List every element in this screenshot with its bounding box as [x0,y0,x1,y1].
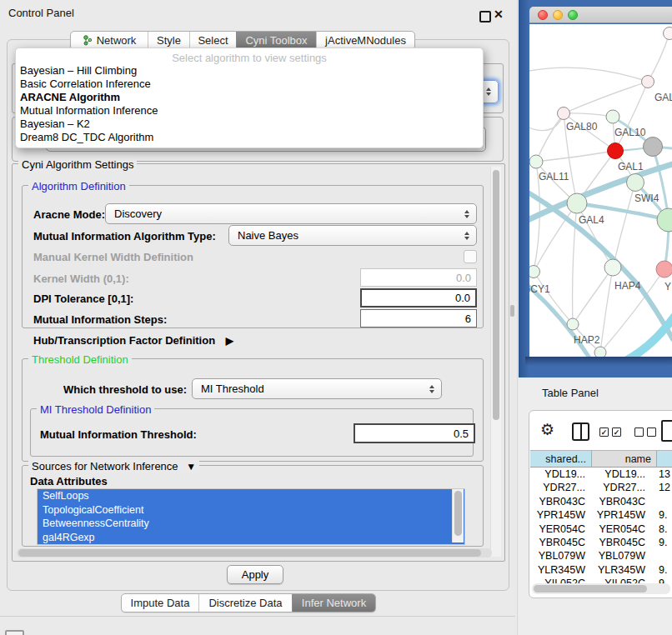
table-cell[interactable]: YDR27... [530,481,592,494]
document-icon[interactable] [661,420,672,442]
tab-style[interactable]: Style [148,32,189,49]
table-cell[interactable]: YER054C [530,522,592,536]
algorithm-option[interactable]: Dream8 DC_TDC Algorithm [20,131,153,144]
table-cell[interactable] [657,495,672,508]
mi-threshold-field[interactable]: 0.5 [354,423,475,443]
deselect-all-columns-icon[interactable] [634,428,656,437]
table-cell[interactable]: 9. [657,563,672,577]
table-row[interactable]: YDL19...YDL19...13 [530,468,672,481]
network-node-gal1[interactable] [608,143,624,159]
network-edge[interactable] [573,268,613,324]
table-cell[interactable]: YBR045C [592,536,657,549]
algorithm-option[interactable]: Mutual Information Inference [20,104,158,118]
network-edge[interactable] [529,68,648,82]
network-node-swi4[interactable] [627,174,644,192]
dpi-tolerance-field[interactable]: 0.0 [360,288,477,308]
table-cell[interactable]: YLR345W [592,563,657,577]
table-row[interactable]: YBR043CYBR043C [530,495,672,508]
network-node-y[interactable] [656,261,672,278]
table-cell[interactable]: YBR043C [530,495,592,508]
network-edge[interactable] [615,82,648,151]
network-node-gal4[interactable] [567,193,587,213]
table-cell[interactable]: YDL19... [530,468,592,481]
network-edge[interactable] [577,203,613,268]
table-cell[interactable]: YLR345W [530,563,592,577]
settings-hscrollbar-thumb[interactable] [18,549,481,557]
network-node-hap2[interactable] [567,318,579,330]
attribute-item[interactable]: gal4RGexp [38,531,464,545]
algorithm-option-selected[interactable]: ARACNE Algorithm [20,91,120,104]
column-header-shared...[interactable]: shared... [530,450,592,468]
attribute-item[interactable]: BetweennessCentrality [38,517,464,531]
network-node-gal10[interactable] [606,110,619,123]
minimize-window-icon[interactable] [553,10,563,20]
table-row[interactable]: YBR045CYBR045C9. [530,536,672,549]
table-cell[interactable]: YBR045C [530,536,592,549]
algorithm-option[interactable]: Bayesian – K2 [20,118,90,131]
network-node-gal[interactable] [642,76,654,88]
network-node[interactable] [644,138,663,157]
table-cell[interactable]: YPR145W [592,508,657,522]
table-cell[interactable]: YER054C [592,522,657,536]
table-cell[interactable]: YIL052C [592,577,657,583]
table-cell[interactable]: 9. [657,508,672,522]
table-cell[interactable]: 9 [657,577,672,583]
table-hscrollbar[interactable] [532,583,670,594]
table-cell[interactable]: 13 [657,468,672,481]
table-cell[interactable]: YBL079W [530,549,592,562]
table-cell[interactable]: YIL052C [530,577,592,583]
table-cell[interactable]: 8. [657,522,672,536]
tab-network[interactable]: Network [71,32,148,49]
table-row[interactable]: YDR27...YDR27...12 [530,481,672,494]
network-node[interactable] [657,208,672,232]
network-edge[interactable] [648,33,669,82]
column-header-name[interactable]: name [592,450,657,468]
table-cell[interactable]: YBR043C [592,495,657,508]
table-row[interactable]: YIL052CYIL052C9 [530,577,672,583]
network-node[interactable] [594,347,606,357]
select-all-columns-icon[interactable]: ✓✓ [599,428,621,437]
network-edge[interactable] [564,82,648,113]
mi-steps-field[interactable]: 6 [360,309,477,328]
tab-cyni-toolbox[interactable]: Cyni Toolbox [236,32,316,49]
algorithm-option[interactable]: Bayesian – Hill Climbing [20,64,137,78]
settings-scrollbar-thumb[interactable] [493,170,499,420]
network-edge[interactable] [536,113,564,162]
manual-kernel-checkbox[interactable] [464,250,477,263]
table-cell[interactable]: YPR145W [530,508,592,522]
settings-scrollbar[interactable] [490,167,501,557]
table-cell[interactable]: YBL079W [592,549,657,562]
network-node-gal80[interactable] [558,108,570,120]
data-attributes-list[interactable]: SelfLoops TopologicalCoefficient Between… [37,488,465,545]
split-columns-icon[interactable] [572,422,589,441]
tab-impute-data[interactable]: Impute Data [122,594,198,612]
kernel-width-field[interactable]: 0.0 [360,268,477,287]
sources-title-row[interactable]: Sources for Network Inference ▼ [28,460,199,472]
hub-section-toggle[interactable]: Hub/Transcription Factor Definition ▶ [33,334,233,347]
gear-icon[interactable]: ⚙ [540,420,554,439]
network-edge[interactable] [613,182,635,268]
table-row[interactable]: YLR345WYLR345W9. [530,563,672,577]
network-node-gal11[interactable] [529,155,543,168]
table-row[interactable]: YPR145WYPR145W9. [530,508,672,522]
corner-grip-icon[interactable] [5,630,24,635]
algorithm-option[interactable]: Basic Correlation Inference [20,78,151,91]
close-window-icon[interactable] [538,10,548,20]
network-window-titlebar[interactable] [529,7,672,23]
float-panel-icon[interactable] [479,11,491,22]
aracne-mode-combo[interactable]: Discovery [105,203,477,224]
tab-infer-network[interactable]: Infer Network [292,594,375,612]
table-row[interactable]: YER054CYER054C8. [530,522,672,536]
network-node[interactable] [664,28,672,40]
network-edge[interactable] [536,151,615,162]
tab-discretize-data[interactable]: Discretize Data [198,594,292,612]
network-view[interactable]: GALGAL80GAL10GAL1GAL11SWI4GAL4GCY1HAP4YH… [529,24,672,357]
close-icon[interactable]: ✕ [494,8,504,21]
zoom-window-icon[interactable] [568,10,578,20]
settings-hscrollbar[interactable] [17,548,492,558]
table-row[interactable]: YBL079WYBL079W [530,549,672,562]
table-cell[interactable]: 9. [657,536,672,549]
network-edge[interactable] [564,113,613,117]
table-cell[interactable]: 12 [657,481,672,494]
attribute-item[interactable]: SelfLoops [38,489,464,503]
